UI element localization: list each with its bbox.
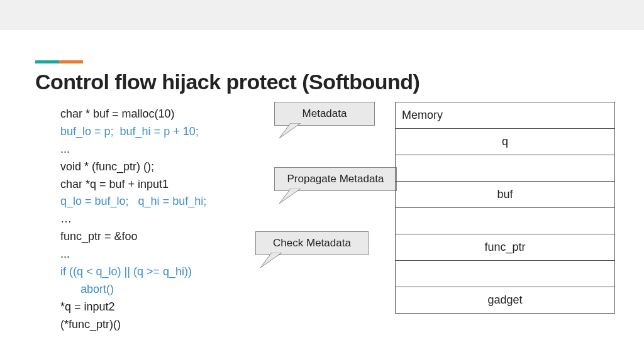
table-row: func_ptr	[396, 234, 615, 261]
top-bar	[0, 0, 644, 30]
callout-propagate: Propagate Metadata	[274, 167, 397, 191]
code-line-metadata: buf_lo = p; buf_hi = p + 10;	[60, 125, 199, 138]
memory-cell	[396, 261, 615, 287]
memory-cell: buf	[396, 182, 615, 208]
table-row: gadget	[396, 287, 615, 314]
code-line-metadata: q_lo = buf_lo; q_hi = buf_hi;	[60, 195, 206, 207]
callout-check: Check Metadata	[255, 231, 369, 255]
code-line: *q = input2	[60, 300, 115, 313]
svg-marker-2	[260, 253, 282, 268]
memory-cell	[396, 208, 615, 234]
code-line: char * buf = malloc(10)	[60, 107, 175, 120]
memory-cell: gadget	[396, 287, 615, 314]
table-row: q	[396, 129, 615, 155]
callout-metadata: Metadata	[274, 102, 375, 126]
code-line-check: if ((q < q_lo) || (q >= q_hi))	[60, 265, 192, 278]
content-area: char * buf = malloc(10) buf_lo = p; buf_…	[60, 106, 609, 334]
code-line: void * (func_ptr) ();	[60, 160, 154, 173]
code-line: func_ptr = &foo	[60, 230, 138, 243]
memory-cell: func_ptr	[396, 234, 615, 261]
page-title: Control flow hijack protect (Softbound)	[35, 70, 609, 94]
code-line: char *q = buf + input1	[60, 178, 169, 190]
svg-marker-1	[279, 189, 301, 204]
accent-bar	[35, 60, 609, 63]
memory-cell: q	[396, 129, 615, 155]
code-line: …	[60, 212, 72, 225]
table-row: Memory	[396, 102, 615, 129]
accent-teal	[35, 60, 59, 63]
memory-header: Memory	[396, 102, 615, 129]
code-line: ...	[60, 143, 70, 155]
code-line: ...	[60, 248, 70, 260]
code-line: (*func_ptr)()	[60, 318, 121, 331]
table-row	[396, 208, 615, 234]
code-line-check: abort()	[60, 283, 114, 295]
svg-marker-0	[279, 123, 301, 138]
table-row	[396, 261, 615, 287]
table-row: buf	[396, 182, 615, 208]
table-row	[396, 155, 615, 182]
memory-cell	[396, 155, 615, 182]
memory-table: Memory q buf func_ptr gadget	[395, 102, 615, 314]
slide-body: Control flow hijack protect (Softbound) …	[0, 30, 644, 334]
accent-orange	[59, 60, 83, 63]
